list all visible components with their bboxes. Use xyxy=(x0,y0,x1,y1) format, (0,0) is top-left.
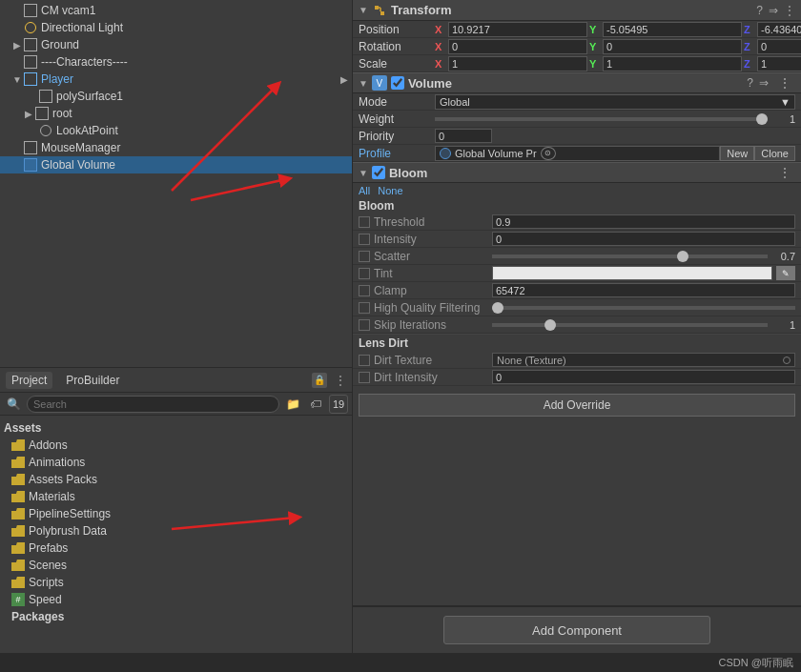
transform-icon xyxy=(372,3,387,18)
profile-label[interactable]: Profile xyxy=(359,147,435,160)
clamp-checkbox[interactable] xyxy=(359,285,370,296)
project-header: Project ProBuilder 🔒 ⋮ xyxy=(0,368,352,393)
asset-item-scripts[interactable]: Scripts xyxy=(4,574,348,591)
profile-select-icon[interactable]: ⊙ xyxy=(541,147,556,160)
tab-probuilder[interactable]: ProBuilder xyxy=(60,372,125,389)
asset-item-assetpacks[interactable]: Assets Packs xyxy=(4,471,348,488)
hq-filter-slider[interactable] xyxy=(492,306,795,310)
folder-icon xyxy=(11,474,25,485)
preset-icon[interactable]: ⇒ xyxy=(769,4,778,17)
asset-item-speed[interactable]: # Speed xyxy=(4,591,348,608)
clamp-input[interactable] xyxy=(492,283,795,297)
scale-label: Scale xyxy=(359,57,435,71)
hierarchy-item-root[interactable]: ▶ root xyxy=(0,105,352,122)
scale-y-input[interactable] xyxy=(603,56,742,71)
pos-x-input[interactable] xyxy=(448,22,587,37)
tag-icon[interactable]: 🏷 xyxy=(306,395,325,414)
transform-title: Transform xyxy=(391,3,752,17)
rot-y-input[interactable] xyxy=(603,39,742,54)
bloom-enabled-checkbox[interactable] xyxy=(372,166,385,179)
more-options-button[interactable]: ⋮ xyxy=(335,374,346,387)
tint-color-field[interactable] xyxy=(492,266,772,280)
add-override-button[interactable]: Add Override xyxy=(359,394,795,417)
weight-slider[interactable] xyxy=(435,117,768,121)
hierarchy-item-ground[interactable]: ▶ Ground xyxy=(0,36,352,53)
asset-label: Addons xyxy=(29,438,68,452)
dirt-intensity-input[interactable] xyxy=(492,370,795,384)
dirt-texture-value: None (Texture) xyxy=(497,355,566,366)
new-button[interactable]: New xyxy=(720,146,754,161)
asset-item-addons[interactable]: Addons xyxy=(4,437,348,454)
hierarchy-item-cmvcam1[interactable]: CM vcam1 xyxy=(0,2,352,19)
volume-icon xyxy=(23,157,38,173)
none-link[interactable]: None xyxy=(378,185,402,196)
more-icon[interactable]: ⋮ xyxy=(784,4,795,17)
cube-icon xyxy=(38,89,53,104)
hierarchy-item-mousemanager[interactable]: MouseManager xyxy=(0,139,352,156)
tab-project[interactable]: Project xyxy=(6,372,52,389)
volume-enabled-checkbox[interactable] xyxy=(391,76,404,90)
dirt-texture-checkbox[interactable] xyxy=(359,355,370,366)
bloom-collapse-arrow[interactable]: ▼ xyxy=(359,168,368,178)
intensity-checkbox[interactable] xyxy=(359,234,370,245)
threshold-row: Threshold xyxy=(353,214,801,231)
rot-z-input[interactable] xyxy=(757,39,801,54)
skip-iter-slider[interactable] xyxy=(492,323,768,327)
scale-z-input[interactable] xyxy=(757,56,801,71)
threshold-input[interactable] xyxy=(492,214,795,229)
hq-filter-checkbox[interactable] xyxy=(359,302,370,314)
asset-item-prefabs[interactable]: Prefabs xyxy=(4,540,348,557)
project-search-input[interactable] xyxy=(27,396,279,413)
hierarchy-item-characters[interactable]: ----Characters---- xyxy=(0,53,352,71)
rot-x-input[interactable] xyxy=(448,39,587,54)
tint-checkbox[interactable] xyxy=(359,268,370,279)
scatter-slider[interactable] xyxy=(492,255,768,258)
help-icon[interactable]: ? xyxy=(747,76,753,90)
asset-item-polybrush[interactable]: Polybrush Data xyxy=(4,522,348,540)
asset-item-materials[interactable]: Materials xyxy=(4,488,348,505)
pos-y-input[interactable] xyxy=(603,22,742,37)
asset-label: Animations xyxy=(29,456,85,469)
hierarchy-item-polysurface[interactable]: polySurface1 xyxy=(0,88,352,105)
hierarchy-item-lookatpoint[interactable]: LookAtPoint xyxy=(0,122,352,139)
skip-iter-container: 1 xyxy=(492,319,795,331)
dirt-intensity-checkbox[interactable] xyxy=(359,372,370,383)
pos-z-input[interactable] xyxy=(757,22,801,37)
hierarchy-item-globalvolume[interactable]: Global Volume xyxy=(0,156,352,173)
transform-collapse-arrow[interactable]: ▼ xyxy=(359,5,368,15)
z-label: Z xyxy=(744,58,755,70)
position-row: Position X Y Z xyxy=(353,21,801,38)
hierarchy-item-dirlight[interactable]: Directional Light xyxy=(0,19,352,36)
x-label: X xyxy=(435,58,446,70)
intensity-input[interactable] xyxy=(492,232,795,246)
threshold-checkbox[interactable] xyxy=(359,216,370,228)
scale-x-input[interactable] xyxy=(448,56,587,71)
folder-icon[interactable]: 📁 xyxy=(283,395,302,414)
texture-select-icon[interactable] xyxy=(783,355,791,366)
asset-item-animations[interactable]: Animations xyxy=(4,454,348,471)
volume-collapse-arrow[interactable]: ▼ xyxy=(359,78,368,89)
project-panel: Project ProBuilder 🔒 ⋮ 🔍 📁 🏷 19 Assets xyxy=(0,367,352,653)
preset-icon[interactable]: ⇒ xyxy=(759,76,769,90)
clone-button[interactable]: Clone xyxy=(754,146,795,161)
pos-z-field: Z xyxy=(744,22,801,37)
more-options-icon[interactable]: ⋮ xyxy=(774,75,795,91)
skip-iter-row: Skip Iterations 1 xyxy=(353,316,801,334)
scatter-checkbox[interactable] xyxy=(359,251,370,262)
bloom-more-icon[interactable]: ⋮ xyxy=(774,165,795,180)
priority-input[interactable] xyxy=(435,129,492,143)
mode-dropdown[interactable]: Global ▼ xyxy=(435,94,795,110)
lens-dirt-label: Lens Dirt xyxy=(359,336,408,350)
tint-picker-button[interactable]: ✎ xyxy=(776,266,795,280)
lock-button[interactable]: 🔒 xyxy=(312,373,327,388)
asset-item-pipelinesettings[interactable]: PipelineSettings xyxy=(4,505,348,522)
all-link[interactable]: All xyxy=(359,185,370,196)
arrow-icon: ▼ xyxy=(11,74,23,85)
asset-item-scenes[interactable]: Scenes xyxy=(4,557,348,574)
skip-iter-checkbox[interactable] xyxy=(359,319,370,331)
hierarchy-item-player[interactable]: ▼ Player ▶ xyxy=(0,71,352,88)
add-component-button[interactable]: Add Component xyxy=(443,616,710,644)
cube-icon-blue xyxy=(23,71,38,87)
rot-x-field: X xyxy=(435,39,587,54)
help-icon[interactable]: ? xyxy=(756,4,763,17)
